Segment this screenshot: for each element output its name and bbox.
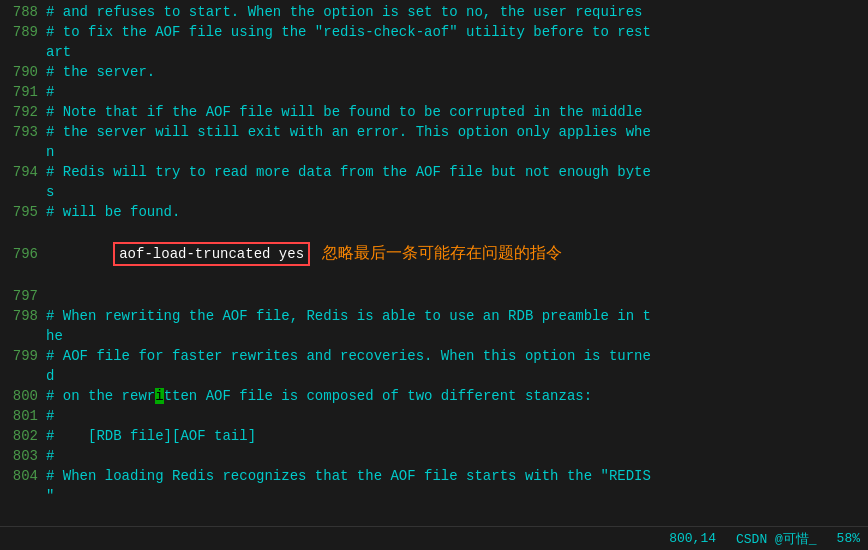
line-content-792: # Note that if the AOF file will be foun… (46, 102, 864, 122)
code-line-793: 793 # the server will still exit with an… (0, 122, 868, 142)
line-number-788: 788 (4, 2, 46, 22)
code-line-804b: " (0, 486, 868, 506)
line-content-796: aof-load-truncated yes忽略最后一条可能存在问题的指令 (46, 222, 864, 286)
line-number-791: 791 (4, 82, 46, 102)
annotation-796: 忽略最后一条可能存在问题的指令 (322, 244, 562, 261)
line-content-802: # [RDB file][AOF tail] (46, 426, 864, 446)
line-number-799: 799 (4, 346, 46, 366)
code-line-801: 801 # (0, 406, 868, 426)
line-content-803: # (46, 446, 864, 466)
code-line-790: 790 # the server. (0, 62, 868, 82)
line-content-794b: s (46, 182, 864, 202)
line-content-788: # and refuses to start. When the option … (46, 2, 864, 22)
code-line-792: 792 # Note that if the AOF file will be … (0, 102, 868, 122)
line-content-801: # (46, 406, 864, 426)
code-line-791: 791 # (0, 82, 868, 102)
line-content-793: # the server will still exit with an err… (46, 122, 864, 142)
line-number-803: 803 (4, 446, 46, 466)
status-bar: 800,14 CSDN @可惜_ 58% (0, 526, 868, 550)
line-number-801: 801 (4, 406, 46, 426)
line-number-802: 802 (4, 426, 46, 446)
line-content-798: # When rewriting the AOF file, Redis is … (46, 306, 864, 326)
line-content-799b: d (46, 366, 864, 386)
code-line-793b: n (0, 142, 868, 162)
line-number-800: 800 (4, 386, 46, 406)
code-line-802: 802 # [RDB file][AOF tail] (0, 426, 868, 446)
code-line-799: 799 # AOF file for faster rewrites and r… (0, 346, 868, 366)
line-content-799: # AOF file for faster rewrites and recov… (46, 346, 864, 366)
line-number-789: 789 (4, 22, 46, 42)
code-line-794: 794 # Redis will try to read more data f… (0, 162, 868, 182)
code-line-803: 803 # (0, 446, 868, 466)
status-percent: 58% (837, 531, 860, 546)
line-content-793b: n (46, 142, 864, 162)
line-number-797: 797 (4, 286, 46, 306)
line-content-798b: he (46, 326, 864, 346)
line-number-798: 798 (4, 306, 46, 326)
line-number-795: 795 (4, 202, 46, 222)
line-content-804: # When loading Redis recognizes that the… (46, 466, 864, 486)
code-line-796: 796 aof-load-truncated yes忽略最后一条可能存在问题的指… (0, 222, 868, 286)
line-number-790: 790 (4, 62, 46, 82)
status-position: 800,14 (669, 531, 716, 546)
code-line-804: 804 # When loading Redis recognizes that… (0, 466, 868, 486)
code-line-788: 788 # and refuses to start. When the opt… (0, 2, 868, 22)
line-content-795: # will be found. (46, 202, 864, 222)
line-number-796: 796 (4, 244, 46, 264)
highlight-box-796: aof-load-truncated yes (113, 242, 310, 266)
line-content-794: # Redis will try to read more data from … (46, 162, 864, 182)
cursor-800: i (155, 388, 163, 404)
code-line-798: 798 # When rewriting the AOF file, Redis… (0, 306, 868, 326)
code-line-795: 795 # will be found. (0, 202, 868, 222)
line-number-804: 804 (4, 466, 46, 486)
code-area[interactable]: 788 # and refuses to start. When the opt… (0, 0, 868, 526)
line-number-792: 792 (4, 102, 46, 122)
line-content-804b: " (46, 486, 864, 506)
code-line-789b: art (0, 42, 868, 62)
code-line-799b: d (0, 366, 868, 386)
code-line-789: 789 # to fix the AOF file using the "red… (0, 22, 868, 42)
line-number-793: 793 (4, 122, 46, 142)
line-content-789b: art (46, 42, 864, 62)
code-line-797: 797 (0, 286, 868, 306)
code-line-800: 800 # on the rewritten AOF file is compo… (0, 386, 868, 406)
line-content-791: # (46, 82, 864, 102)
status-site: CSDN @可惜_ (736, 530, 817, 548)
line-content-800: # on the rewritten AOF file is composed … (46, 386, 864, 406)
line-number-794: 794 (4, 162, 46, 182)
line-content-789: # to fix the AOF file using the "redis-c… (46, 22, 864, 42)
code-line-794b: s (0, 182, 868, 202)
editor-container: 788 # and refuses to start. When the opt… (0, 0, 868, 550)
code-line-798b: he (0, 326, 868, 346)
line-content-790: # the server. (46, 62, 864, 82)
